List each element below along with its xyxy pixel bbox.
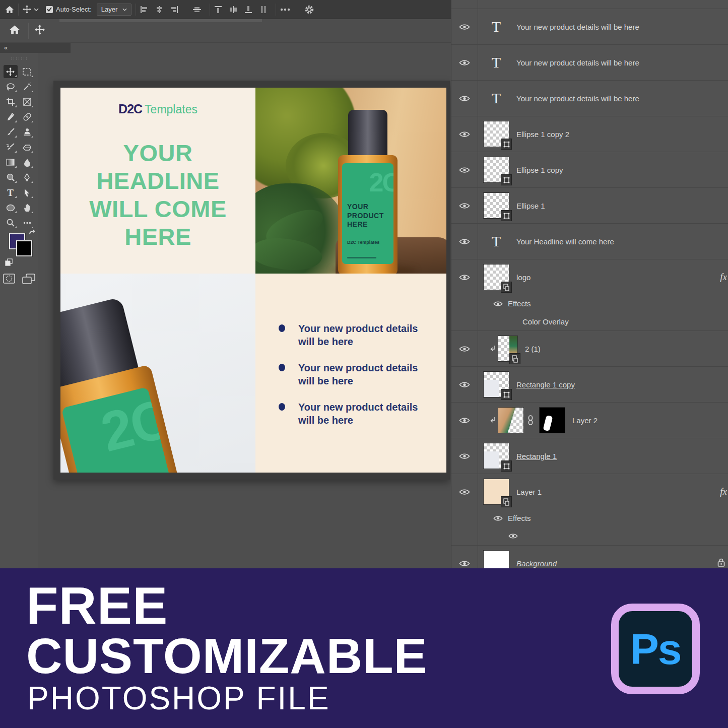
- clone-stamp-tool[interactable]: [20, 125, 34, 139]
- type-tool[interactable]: T: [4, 186, 18, 199]
- layer-effects-fx-badge[interactable]: fx: [720, 272, 727, 283]
- auto-select-checkbox[interactable]: [46, 6, 53, 13]
- layer-mask-thumbnail[interactable]: [539, 407, 565, 433]
- layer-name[interactable]: Layer 1: [516, 488, 542, 496]
- marquee-tool[interactable]: [20, 65, 34, 78]
- frame-tool[interactable]: [20, 95, 34, 108]
- quick-mask-button[interactable]: [3, 274, 15, 287]
- crop-tool[interactable]: [4, 95, 18, 108]
- more-options-icon[interactable]: [280, 8, 290, 11]
- layer-row[interactable]: Rectangle 1: [451, 438, 728, 474]
- layer-row[interactable]: Layer 1 fx: [451, 474, 728, 509]
- layer-row[interactable]: TYour new product details will be here: [451, 80, 728, 116]
- layer-name[interactable]: Your new product details will be here: [516, 94, 639, 103]
- visibility-toggle[interactable]: [451, 474, 478, 509]
- chevron-down-icon[interactable]: [34, 8, 39, 11]
- effects-row[interactable]: Effects: [451, 295, 728, 312]
- layer-thumbnail[interactable]: [498, 336, 518, 362]
- brush-tool[interactable]: [4, 125, 18, 139]
- layer-row[interactable]: TYour Headline will come here: [451, 223, 728, 259]
- magic-wand-tool[interactable]: [20, 80, 34, 93]
- layer-name[interactable]: Ellipse 1 copy: [516, 166, 563, 174]
- layer-effects-fx-badge[interactable]: fx: [720, 486, 727, 497]
- layer-thumbnail[interactable]: [483, 371, 509, 398]
- visibility-toggle[interactable]: [451, 45, 478, 80]
- layer-row[interactable]: Layer 2: [451, 402, 728, 438]
- layer-thumbnail[interactable]: [483, 264, 509, 290]
- layer-row[interactable]: TYour new product details will be here: [451, 44, 728, 80]
- visibility-toggle[interactable]: [451, 188, 478, 223]
- screen-mode-button[interactable]: [22, 274, 35, 287]
- move-tool-icon[interactable]: [35, 25, 45, 37]
- pen-tool[interactable]: [20, 171, 34, 184]
- panel-grip[interactable]: [10, 57, 28, 60]
- layer-row[interactable]: logo fx: [451, 259, 728, 295]
- home-icon[interactable]: [5, 6, 14, 14]
- background-color-swatch[interactable]: [16, 240, 32, 256]
- healing-brush-tool[interactable]: [20, 110, 34, 123]
- document-tab[interactable]: [59, 19, 262, 22]
- layer-thumbnail[interactable]: [483, 479, 509, 505]
- more-tools-icon[interactable]: [20, 216, 34, 229]
- canvas-area[interactable]: D2CTemplates YOUR HEADLINE WILL COME HER…: [38, 19, 451, 568]
- effect-item-row[interactable]: [451, 527, 728, 545]
- dodge-tool[interactable]: [4, 171, 18, 184]
- eyedropper-tool[interactable]: [4, 110, 18, 123]
- layer-thumbnail[interactable]: [483, 157, 509, 183]
- hand-tool[interactable]: [20, 201, 34, 214]
- blur-tool[interactable]: [20, 156, 34, 169]
- layer-name[interactable]: Your Headline will come here: [516, 237, 614, 246]
- layer-name[interactable]: Your new product details will be here: [516, 58, 639, 67]
- gradient-tool[interactable]: [4, 156, 18, 169]
- default-colors-icon[interactable]: [5, 258, 13, 269]
- visibility-toggle[interactable]: [451, 224, 478, 259]
- panel-collapse-bar[interactable]: «: [0, 43, 71, 53]
- visibility-toggle[interactable]: [451, 331, 478, 366]
- layer-row[interactable]: Ellipse 1 copy 2: [451, 116, 728, 152]
- swap-colors-icon[interactable]: [28, 229, 36, 239]
- distribute-center-icon[interactable]: [229, 6, 237, 14]
- layer-thumbnail[interactable]: [498, 407, 524, 433]
- layer-name[interactable]: Layer 2: [572, 416, 598, 425]
- layer-name[interactable]: Rectangle 1: [516, 452, 557, 460]
- effects-visibility-toggle[interactable]: [493, 301, 503, 307]
- mixer-brush-tool[interactable]: [4, 141, 18, 154]
- gear-icon[interactable]: [304, 5, 314, 15]
- move-tool[interactable]: [4, 65, 18, 78]
- visibility-toggle[interactable]: [451, 367, 478, 402]
- layer-name[interactable]: 2 (1): [525, 345, 541, 353]
- move-tool-icon[interactable]: [23, 5, 31, 14]
- layer-row[interactable]: TYour new product details will be here: [451, 9, 728, 44]
- zoom-tool[interactable]: [4, 216, 18, 229]
- collapse-panels-icon[interactable]: «: [4, 44, 8, 51]
- visibility-toggle[interactable]: [451, 438, 478, 474]
- path-select-tool[interactable]: [20, 186, 34, 199]
- visibility-toggle[interactable]: [451, 152, 478, 187]
- align-center-h-icon[interactable]: [155, 6, 163, 14]
- layer-thumbnail[interactable]: [483, 121, 509, 147]
- mask-link-icon[interactable]: [527, 415, 534, 425]
- visibility-toggle[interactable]: [451, 259, 478, 295]
- visibility-toggle[interactable]: [451, 403, 478, 438]
- layer-name[interactable]: logo: [516, 273, 531, 282]
- align-middle-icon[interactable]: [192, 6, 202, 14]
- visibility-toggle[interactable]: [451, 9, 478, 44]
- home-icon[interactable]: [9, 25, 20, 37]
- distribute-horizontal-icon[interactable]: [259, 6, 268, 14]
- effects-visibility-toggle[interactable]: [493, 515, 503, 521]
- layer-row[interactable]: Ellipse 1 copy: [451, 152, 728, 187]
- layer-name[interactable]: Ellipse 1 copy 2: [516, 130, 569, 139]
- visibility-toggle[interactable]: [451, 116, 478, 152]
- layer-name[interactable]: Ellipse 1: [516, 202, 545, 210]
- layer-name[interactable]: Your new product details will be here: [516, 23, 639, 31]
- layer-name[interactable]: Background: [516, 559, 557, 568]
- align-right-icon[interactable]: [170, 6, 178, 14]
- layer-row[interactable]: Ellipse 1: [451, 187, 728, 223]
- effect-item-row[interactable]: Color Overlay: [451, 312, 728, 330]
- layer-row[interactable]: 2 (1): [451, 330, 728, 366]
- distribute-bottom-icon[interactable]: [244, 6, 252, 14]
- align-left-icon[interactable]: [140, 6, 148, 14]
- layer-thumbnail[interactable]: [483, 192, 509, 219]
- lasso-tool[interactable]: [4, 80, 18, 93]
- distribute-top-icon[interactable]: [214, 6, 222, 14]
